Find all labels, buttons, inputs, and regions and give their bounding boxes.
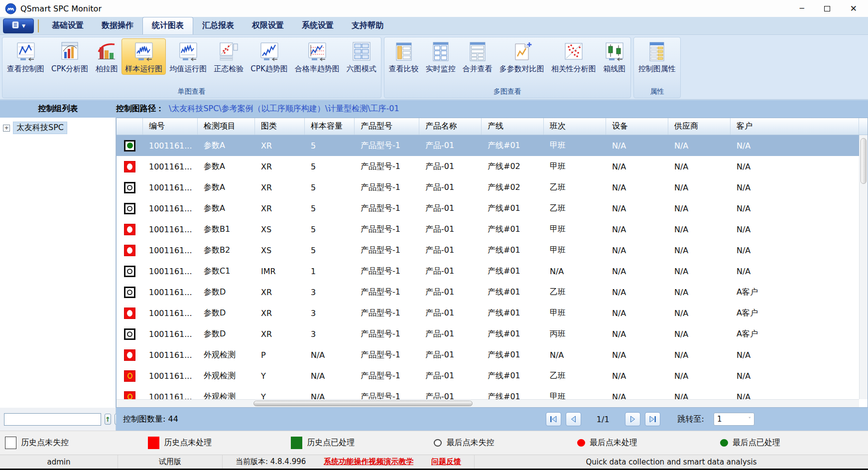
normality-test-button[interactable]: 正态检验 xyxy=(210,38,247,75)
prev-page-button[interactable] xyxy=(566,412,581,426)
cell: 产线#01 xyxy=(482,261,544,282)
horizontal-scrollbar-thumb[interactable] xyxy=(253,401,473,406)
column-header-5[interactable]: 产品型号 xyxy=(355,118,419,135)
cell: 1 xyxy=(305,261,355,282)
cell: 产品-01 xyxy=(419,219,482,240)
column-header-7[interactable]: 产线 xyxy=(482,118,544,135)
next-page-button[interactable] xyxy=(625,412,640,426)
horizontal-scrollbar[interactable] xyxy=(117,399,859,407)
pass-rate-trend-button[interactable]: 合格率趋势图 xyxy=(291,38,343,75)
ribbon-group-label: 属性 xyxy=(635,86,679,98)
first-page-button[interactable] xyxy=(546,412,561,426)
multi-param-compare-button[interactable]: 多参数对比图 xyxy=(496,38,548,75)
status-bar: admin 试用版 当前版本: 4.8.4.996 系统功能操作视频演示教学 问… xyxy=(0,455,868,470)
column-header-6[interactable]: 产品名称 xyxy=(419,118,482,135)
cell: 3 xyxy=(305,303,355,323)
feedback-link[interactable]: 问题反馈 xyxy=(431,457,461,467)
table-row[interactable]: 1001161...参数C1IMR1产品型号-1产品-01产线#01N/AN/A… xyxy=(117,261,859,282)
merge-view-icon xyxy=(466,40,489,63)
column-header-status[interactable] xyxy=(117,118,143,135)
column-header-3[interactable]: 图类 xyxy=(255,118,305,135)
menu-tab-5[interactable]: 权限设置 xyxy=(243,17,293,34)
close-button[interactable]: ✕ xyxy=(850,4,857,13)
cell: 产品型号-1 xyxy=(355,135,419,156)
cell: 产品-01 xyxy=(419,323,482,344)
cell: XR xyxy=(255,135,305,156)
table-row[interactable]: 1001161...参数AXR5产品型号-1产品-01产线#02甲班N/AN/A… xyxy=(117,156,859,177)
table-row[interactable]: 1001161...参数AXR5产品型号-1产品-01产线#01乙班N/AN/A… xyxy=(117,198,859,219)
table-row[interactable]: 1001161...参数DXR3产品型号-1产品-01产线#01乙班N/AN/A… xyxy=(117,282,859,303)
view-compare-button[interactable]: 查看比较 xyxy=(385,38,422,75)
last-page-button[interactable] xyxy=(645,412,660,426)
video-tutorial-link[interactable]: 系统功能操作视频演示教学 xyxy=(324,457,413,467)
chart-path: 控制图路径： \太友科技SPC\参考案例（以工序顺序构建）\计量型检测\工序-0… xyxy=(116,104,399,114)
legend-item: 历史点已处理 xyxy=(291,437,434,449)
column-header-10[interactable]: 供应商 xyxy=(668,118,731,135)
table-row[interactable]: 1001161...参数B2XS5产品型号-1产品-01产线#01甲班N/AN/… xyxy=(117,240,859,261)
menu-tab-2[interactable]: 数据操作 xyxy=(93,17,142,34)
maximize-button[interactable] xyxy=(824,6,830,11)
tree-expand-icon[interactable]: + xyxy=(3,125,10,132)
cell: 1001161... xyxy=(143,344,198,365)
cell: 产品-01 xyxy=(419,282,482,303)
table-row[interactable]: 1001161...外观检测PN/A产品型号-1产品-01产线#01N/AN/A… xyxy=(117,344,859,365)
menu-tab-1[interactable]: 基础设置 xyxy=(43,17,93,34)
correlation-analysis-button[interactable]: 相关性分析图 xyxy=(548,38,600,75)
title-bar: QSmart SPC Monitor ─ ✕ xyxy=(0,0,868,17)
table-row[interactable]: 1001161...参数DXR3产品型号-1产品-01产线#01甲班N/AN/A… xyxy=(117,303,859,323)
vertical-scrollbar-thumb[interactable] xyxy=(861,138,867,184)
search-up-button[interactable]: ↑ xyxy=(105,414,111,425)
view-control-chart-button[interactable]: 查看控制图 xyxy=(3,38,48,75)
column-header-9[interactable]: 设备 xyxy=(606,118,668,135)
column-header-4[interactable]: 样本容量 xyxy=(305,118,355,135)
merge-view-button[interactable]: 合并查看 xyxy=(459,38,496,75)
cpk-analysis-button[interactable]: CPK分析图 xyxy=(48,38,92,75)
ribbon-button-label: 控制图属性 xyxy=(638,64,676,74)
menu-tab-6[interactable]: 系统设置 xyxy=(293,17,343,34)
cell: 产品型号-1 xyxy=(355,261,419,282)
pareto-chart-button[interactable]: 柏拉图 xyxy=(92,38,122,75)
cell: 产品-01 xyxy=(419,156,482,177)
minimize-button[interactable]: ─ xyxy=(800,5,804,12)
cell: 乙班 xyxy=(544,365,606,386)
app-menu-button[interactable]: ▼ xyxy=(3,18,34,33)
column-header-11[interactable]: 客户 xyxy=(731,118,859,135)
cell: 甲班 xyxy=(544,135,606,156)
realtime-monitor-button[interactable]: 实时监控 xyxy=(422,38,459,75)
cell: 产品型号-1 xyxy=(355,303,419,323)
box-plot-button[interactable]: 箱线图 xyxy=(600,38,629,75)
chart-path-value[interactable]: \太友科技SPC\参考案例（以工序顺序构建）\计量型检测\工序-01 xyxy=(169,104,399,114)
column-header-1[interactable]: 编号 xyxy=(143,118,198,135)
cpk-trend-chart-button[interactable]: CPK趋势图 xyxy=(247,38,291,75)
legend-circle-icon xyxy=(720,439,728,447)
tree-item-root[interactable]: + 太友科技SPC xyxy=(0,120,116,136)
sample-run-chart-button[interactable]: 样本运行图 xyxy=(122,38,166,75)
tree-search-input[interactable] xyxy=(4,413,101,426)
cell: XS xyxy=(255,240,305,261)
cell: 参数A xyxy=(198,177,255,198)
menu-tab-4[interactable]: 汇总报表 xyxy=(193,17,243,34)
six-chart-mode-button[interactable]: 六图模式 xyxy=(343,38,380,75)
table-row[interactable]: 1001161...参数B1XS5产品型号-1产品-01产线#01甲班N/AN/… xyxy=(117,219,859,240)
cell: 外观检测 xyxy=(198,344,255,365)
cell: 1001161... xyxy=(143,156,198,177)
table-row[interactable]: 1001161...参数AXR5产品型号-1产品-01产线#02乙班N/AN/A… xyxy=(117,177,859,198)
status-cell xyxy=(117,240,143,261)
jump-page-select[interactable]: 1 ˅ xyxy=(714,413,754,426)
cell: 乙班 xyxy=(544,198,606,219)
menu-tab-7[interactable]: 支持帮助 xyxy=(343,17,392,34)
chevron-down-icon: ▼ xyxy=(22,23,25,28)
table-row[interactable]: 1001161...外观检测YN/A产品型号-1产品-01产线#01乙班N/AN… xyxy=(117,365,859,386)
table-row[interactable]: 1001161...参数DXR3产品型号-1产品-01产线#01丙班N/AN/A… xyxy=(117,323,859,344)
column-header-8[interactable]: 班次 xyxy=(544,118,606,135)
mean-run-chart-button[interactable]: 均值运行图 xyxy=(166,38,210,75)
menu-tab-3[interactable]: 统计图表 xyxy=(142,17,193,34)
table-row[interactable]: 1001161...参数AXR5产品型号-1产品-01产线#01甲班N/AN/A… xyxy=(117,135,859,156)
cell: 1001161... xyxy=(143,323,198,344)
vertical-scrollbar[interactable] xyxy=(859,135,868,399)
cell: A客户 xyxy=(731,323,859,344)
cell: 产线#01 xyxy=(482,198,544,219)
cell: A客户 xyxy=(731,282,859,303)
chart-properties-button[interactable]: 控制图属性 xyxy=(635,38,679,75)
column-header-2[interactable]: 检测项目 xyxy=(198,118,255,135)
